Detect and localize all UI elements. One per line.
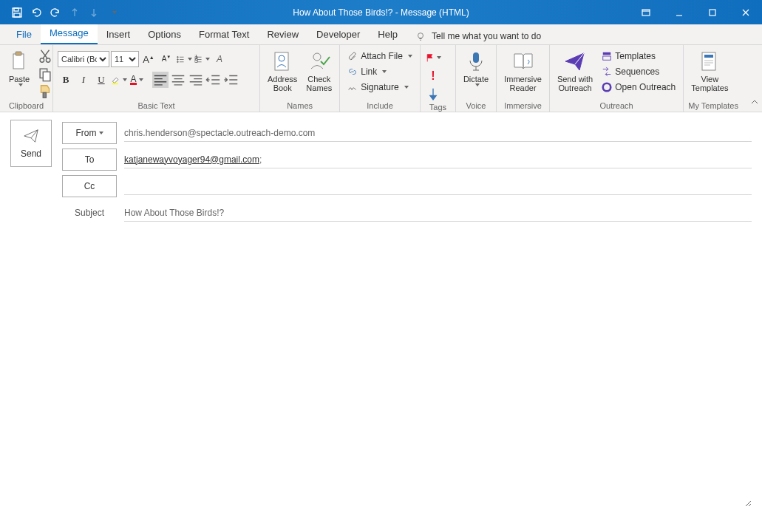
format-painter-icon[interactable] (37, 83, 53, 100)
close-button[interactable] (729, 0, 762, 24)
window-title: How About Those Birds!? - Message (HTML) (293, 7, 469, 18)
dictate-button[interactable]: Dictate (460, 48, 491, 88)
from-value[interactable]: chris.henderson@spectacle.outreach-demo.… (124, 125, 752, 142)
italic-icon[interactable]: I (75, 72, 92, 88)
align-left-icon[interactable] (152, 72, 169, 88)
cc-button[interactable]: Cc (62, 175, 117, 197)
high-importance-icon[interactable]: ! (425, 68, 441, 84)
numbering-icon[interactable]: 123 (194, 51, 210, 67)
cc-field[interactable] (124, 178, 752, 195)
follow-up-flag-icon[interactable] (425, 50, 441, 66)
send-button[interactable]: Send (10, 120, 52, 167)
svg-rect-11 (43, 72, 50, 81)
from-button[interactable]: From (62, 122, 117, 144)
tell-me-search[interactable]: Tell me what you want to do (415, 31, 541, 44)
undo-icon[interactable] (28, 4, 44, 21)
address-book-label: Address Book (268, 75, 297, 92)
svg-point-13 (177, 56, 179, 58)
immersive-reader-button[interactable]: Immersive Reader (501, 48, 545, 94)
templates-label: Templates (615, 51, 656, 61)
sequences-button[interactable]: Sequences (599, 65, 678, 78)
tab-help[interactable]: Help (369, 24, 406, 44)
tab-options[interactable]: Options (139, 24, 190, 44)
message-body[interactable] (10, 226, 752, 507)
attach-file-button[interactable]: Attach File (344, 50, 415, 63)
cut-icon[interactable] (37, 48, 53, 64)
immersive-reader-label: Immersive Reader (504, 75, 542, 92)
basic-text-group-label: Basic Text (58, 101, 255, 112)
lightbulb-icon (415, 31, 426, 41)
send-with-outreach-label: Send with Outreach (557, 75, 593, 92)
svg-point-8 (40, 58, 44, 63)
svg-rect-6 (13, 54, 24, 69)
svg-rect-1 (14, 8, 18, 11)
view-templates-button[interactable]: View Templates (688, 48, 731, 94)
quick-access-toolbar (0, 4, 121, 21)
bullets-icon[interactable] (176, 51, 192, 67)
svg-rect-2 (14, 13, 20, 17)
svg-point-26 (603, 83, 611, 92)
font-color-icon[interactable]: A (129, 72, 145, 88)
maximize-button[interactable] (695, 0, 729, 24)
minimize-button[interactable] (662, 0, 695, 24)
ribbon-tabs: File Message Insert Options Format Text … (0, 24, 762, 45)
svg-point-14 (177, 58, 179, 60)
bold-icon[interactable]: B (58, 72, 74, 88)
check-names-button[interactable]: Check Names (303, 48, 335, 94)
ribbon-display-icon[interactable] (629, 0, 662, 24)
highlight-icon[interactable] (111, 72, 127, 88)
tab-review[interactable]: Review (258, 24, 307, 44)
align-center-icon[interactable] (170, 72, 186, 88)
signature-button[interactable]: Signature (344, 81, 415, 94)
open-outreach-button[interactable]: Open Outreach (599, 81, 678, 94)
clear-format-icon[interactable]: A (211, 51, 228, 67)
font-size-select[interactable]: 11 (111, 51, 139, 67)
increase-font-icon[interactable]: A▲ (140, 51, 157, 67)
font-name-select[interactable]: Calibri (Bod (58, 51, 109, 67)
dictate-label: Dictate (463, 75, 489, 83)
title-bar: How About Those Birds!? - Message (HTML) (0, 0, 762, 24)
next-icon (86, 4, 102, 21)
send-with-outreach-button[interactable]: Send with Outreach (554, 48, 596, 94)
low-importance-icon[interactable] (425, 86, 441, 103)
subject-field[interactable] (124, 205, 752, 222)
svg-point-22 (313, 53, 321, 61)
qat-customize-icon[interactable] (105, 4, 121, 21)
templates-button[interactable]: Templates (599, 50, 678, 63)
svg-rect-4 (710, 10, 715, 16)
svg-rect-25 (603, 56, 611, 60)
underline-icon[interactable]: U (93, 72, 109, 88)
decrease-font-icon[interactable]: A▼ (158, 51, 174, 67)
attach-file-label: Attach File (361, 51, 403, 61)
compose-area: Send From chris.henderson@spectacle.outr… (0, 112, 762, 516)
tab-message[interactable]: Message (41, 23, 98, 44)
paste-button[interactable]: Paste (4, 48, 34, 88)
sequences-label: Sequences (615, 66, 659, 77)
svg-text:3: 3 (194, 56, 198, 64)
to-field[interactable]: katjanewayvoyager94@gmail.com; (124, 151, 752, 168)
save-icon[interactable] (9, 4, 25, 21)
svg-rect-7 (16, 52, 21, 55)
increase-indent-icon[interactable] (223, 72, 239, 88)
paste-label: Paste (9, 75, 30, 83)
link-button[interactable]: Link (344, 65, 415, 78)
decrease-indent-icon[interactable] (205, 72, 222, 88)
redo-icon[interactable] (47, 4, 64, 21)
to-button[interactable]: To (62, 149, 117, 171)
address-book-button[interactable]: Address Book (265, 48, 300, 94)
tab-developer[interactable]: Developer (307, 24, 369, 44)
check-names-label: Check Names (306, 75, 332, 92)
tab-format-text[interactable]: Format Text (190, 24, 258, 44)
tab-file[interactable]: File (7, 24, 41, 44)
svg-rect-28 (704, 55, 713, 58)
ribbon: Paste Clipboard Calibri (Bod 11 A▲ A▼ 12… (0, 45, 762, 112)
tell-me-label: Tell me what you want to do (432, 31, 541, 41)
align-right-icon[interactable] (188, 72, 204, 88)
collapse-ribbon-icon[interactable] (750, 98, 759, 109)
tab-insert[interactable]: Insert (98, 24, 140, 44)
copy-icon[interactable] (37, 66, 53, 82)
svg-point-5 (418, 33, 423, 38)
voice-group-label: Voice (460, 101, 491, 112)
include-group-label: Include (344, 101, 415, 112)
to-recipient[interactable]: katjanewayvoyager94@gmail.com (124, 154, 259, 165)
